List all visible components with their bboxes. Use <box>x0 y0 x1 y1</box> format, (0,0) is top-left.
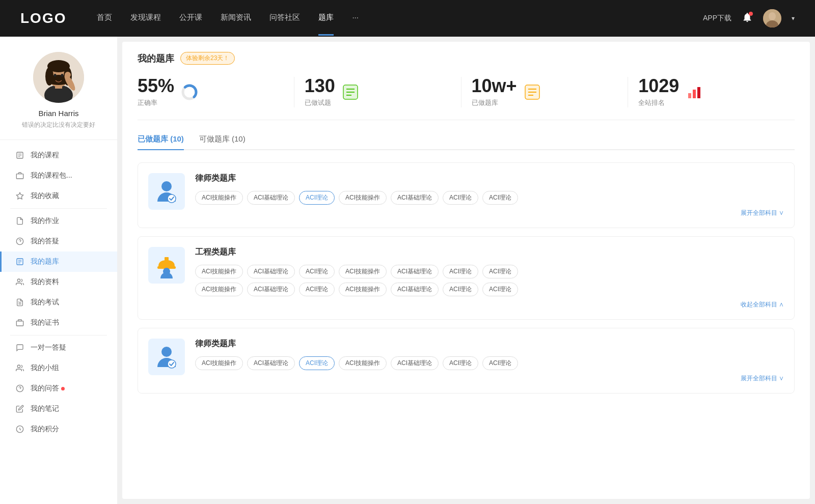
tag-e-1[interactable]: ACI基础理论 <box>247 265 295 278</box>
nav-item-home[interactable]: 首页 <box>97 13 112 24</box>
tag-e2-2[interactable]: ACI理论 <box>299 283 335 296</box>
sidebar-item-qa-doubt[interactable]: 我的答疑 <box>0 231 117 251</box>
svg-point-11 <box>54 74 57 77</box>
tag-l2-6[interactable]: ACI理论 <box>482 356 518 370</box>
bank-tags-lawyer-1: ACI技能操作 ACI基础理论 ACI理论 ACI技能操作 ACI基础理论 AC… <box>195 191 784 205</box>
bank-tags-engineer-row1: ACI技能操作 ACI基础理论 ACI理论 ACI技能操作 ACI基础理论 AC… <box>195 265 784 278</box>
collapse-link-engineer[interactable]: 收起全部科目 ∧ <box>195 300 784 309</box>
nav-item-discover[interactable]: 发现课程 <box>130 13 161 24</box>
profile-avatar <box>33 52 84 103</box>
tab-available[interactable]: 可做题库 (10) <box>199 134 246 149</box>
stat-banks-done: 10w+ 已做题库 <box>461 77 629 107</box>
tag-l1-1[interactable]: ACI基础理论 <box>247 191 295 205</box>
tag-l2-0[interactable]: ACI技能操作 <box>195 356 243 370</box>
bank-info-engineer: 工程类题库 ACI技能操作 ACI基础理论 ACI理论 ACI技能操作 ACI基… <box>195 247 784 309</box>
notification-dot <box>749 12 753 16</box>
tag-l2-5[interactable]: ACI理论 <box>443 356 478 370</box>
tag-e2-1[interactable]: ACI基础理论 <box>247 283 295 296</box>
nav-logo[interactable]: LOGO <box>20 10 66 26</box>
bank-name-engineer: 工程类题库 <box>195 247 784 258</box>
sidebar-item-courses[interactable]: 我的课程 <box>0 145 117 165</box>
tag-l1-0[interactable]: ACI技能操作 <box>195 191 243 205</box>
main-content: 我的题库 体验剩余23天！ 55% 正确率 <box>122 42 810 499</box>
sidebar-label-packages: 我的课程包... <box>31 171 72 180</box>
tag-e-0[interactable]: ACI技能操作 <box>195 265 243 278</box>
user-dropdown-arrow[interactable]: ▾ <box>792 15 795 22</box>
tag-l2-4[interactable]: ACI基础理论 <box>391 356 439 370</box>
tag-l1-3[interactable]: ACI技能操作 <box>339 191 387 205</box>
sidebar-item-group[interactable]: 我的小组 <box>0 358 117 378</box>
stat-banks-value: 10w+ <box>472 77 517 95</box>
sidebar-item-favorites[interactable]: 我的收藏 <box>0 186 117 206</box>
lawyer2-icon <box>153 344 180 370</box>
sidebar-item-exam[interactable]: 我的考试 <box>0 292 117 313</box>
sidebar-item-my-qa[interactable]: 我的问答 <box>0 378 117 399</box>
svg-point-53 <box>161 181 172 191</box>
sidebar-item-homework[interactable]: 我的作业 <box>0 211 117 231</box>
sidebar-label-points: 我的积分 <box>31 425 59 434</box>
sidebar-label-my-qa: 我的问答 <box>31 384 59 393</box>
stat-accuracy: 55% 正确率 <box>138 77 294 107</box>
tag-l1-6[interactable]: ACI理论 <box>482 191 518 205</box>
nav-item-news[interactable]: 新闻资讯 <box>221 13 251 24</box>
bank-card-lawyer-1: 律师类题库 ACI技能操作 ACI基础理论 ACI理论 ACI技能操作 ACI基… <box>138 162 795 228</box>
navbar: LOGO 首页 发现课程 公开课 新闻资讯 问答社区 题库 ··· APP下载 <box>0 0 815 37</box>
sidebar-label-courses: 我的课程 <box>31 151 59 160</box>
tag-l1-5[interactable]: ACI理论 <box>443 191 478 205</box>
bank-info-lawyer-2: 律师类题库 ACI技能操作 ACI基础理论 ACI理论 ACI技能操作 ACI基… <box>195 339 784 383</box>
tag-l2-3[interactable]: ACI技能操作 <box>339 356 387 370</box>
expand-link-lawyer-1[interactable]: 展开全部科目 ∨ <box>195 209 784 217</box>
expand-link-lawyer-2[interactable]: 展开全部科目 ∨ <box>195 374 784 383</box>
tag-l2-1[interactable]: ACI基础理论 <box>247 356 295 370</box>
stat-accuracy-icon <box>180 83 199 101</box>
sidebar-item-notes[interactable]: 我的笔记 <box>0 399 117 419</box>
qa-notification-dot <box>61 387 65 390</box>
tag-e2-0[interactable]: ACI技能操作 <box>195 283 243 296</box>
tag-e-6[interactable]: ACI理论 <box>482 265 518 278</box>
sidebar-item-data[interactable]: 我的资料 <box>0 272 117 292</box>
stat-rank-value: 1029 <box>638 77 679 95</box>
sidebar-item-bank[interactable]: 我的题库 <box>0 251 117 272</box>
sidebar-item-packages[interactable]: 我的课程包... <box>0 165 117 186</box>
tag-l1-4[interactable]: ACI基础理论 <box>391 191 439 205</box>
nav-item-qa[interactable]: 问答社区 <box>269 13 300 24</box>
bank-name-lawyer-1: 律师类题库 <box>195 173 784 184</box>
tag-e2-3[interactable]: ACI技能操作 <box>339 283 387 296</box>
page-header: 我的题库 体验剩余23天！ <box>138 52 795 65</box>
tag-e2-6[interactable]: ACI理论 <box>482 283 518 296</box>
sidebar-item-points[interactable]: 我的积分 <box>0 419 117 439</box>
tab-done[interactable]: 已做题库 (10) <box>138 134 184 149</box>
app-download-button[interactable]: APP下载 <box>703 14 731 23</box>
bar-chart-icon <box>685 83 703 101</box>
stat-questions-icon <box>341 83 360 101</box>
sidebar-label-group: 我的小组 <box>31 363 59 373</box>
engineer-icon <box>153 252 180 278</box>
homework-icon <box>15 216 24 226</box>
bank-icon <box>15 257 24 266</box>
sidebar-label-cert: 我的证书 <box>31 318 59 327</box>
user-avatar[interactable] <box>763 9 781 27</box>
sidebar-item-cert[interactable]: 我的证书 <box>0 313 117 333</box>
tag-e-4[interactable]: ACI基础理论 <box>391 265 439 278</box>
tag-l2-2[interactable]: ACI理论 <box>299 356 335 370</box>
stat-rank-icon <box>685 83 703 101</box>
nav-item-open-course[interactable]: 公开课 <box>179 13 202 24</box>
tag-e-5[interactable]: ACI理论 <box>443 265 478 278</box>
tag-l1-2[interactable]: ACI理论 <box>299 191 335 205</box>
package-icon <box>15 171 24 180</box>
note-icon <box>15 404 24 413</box>
sidebar-item-tutor[interactable]: 一对一答疑 <box>0 338 117 358</box>
group-icon <box>15 363 24 373</box>
sidebar-divider-1 <box>10 208 107 209</box>
notification-bell[interactable] <box>742 12 753 25</box>
tag-e-2[interactable]: ACI理论 <box>299 265 335 278</box>
nav-item-bank[interactable]: 题库 <box>318 13 334 24</box>
svg-point-14 <box>65 72 71 78</box>
nav-item-more[interactable]: ··· <box>352 13 359 24</box>
tag-e-3[interactable]: ACI技能操作 <box>339 265 387 278</box>
tag-e2-4[interactable]: ACI基础理论 <box>391 283 439 296</box>
bank-lawyer2-icon-wrap <box>148 339 185 375</box>
cert-icon <box>15 318 24 327</box>
exam-icon <box>15 298 24 307</box>
tag-e2-5[interactable]: ACI理论 <box>443 283 478 296</box>
